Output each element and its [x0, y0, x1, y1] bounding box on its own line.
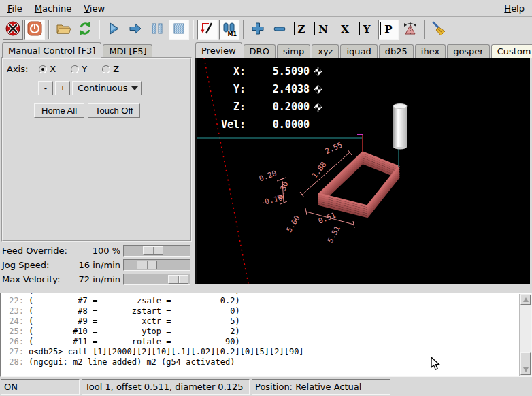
- view-x-button[interactable]: X: [335, 20, 355, 40]
- jog-plus-button[interactable]: +: [55, 81, 70, 95]
- gcode-line[interactable]: 25:( #10 = ytop = 2): [5, 327, 531, 337]
- open-folder-icon: [55, 20, 71, 39]
- jog-speed-row: Jog Speed: 16 in/min: [0, 258, 193, 272]
- gcode-line[interactable]: 28:(ngcgui: m2 line added) m2 (g54 activ…: [5, 357, 531, 367]
- dim-x-min: 5.00: [284, 214, 301, 233]
- tool-cylinder: [393, 104, 407, 150]
- line-text: ( #9 = xctr = 5): [29, 316, 240, 327]
- rotate-view-button[interactable]: [400, 20, 420, 40]
- menu-machine[interactable]: Machine: [29, 1, 78, 16]
- view-perspective-button[interactable]: P: [378, 20, 399, 40]
- tab-db25[interactable]: db25: [379, 44, 414, 58]
- block-delete-button[interactable]: [197, 20, 218, 40]
- gcode-line[interactable]: 22:( #7 = zsafe = 0.2): [5, 296, 531, 306]
- power-icon: [27, 20, 43, 39]
- zoom-out-button[interactable]: [269, 20, 290, 40]
- step-icon: [127, 20, 144, 39]
- feed-override-slider[interactable]: [123, 245, 190, 257]
- toolbar-separator: [424, 20, 425, 39]
- dim-y-size: 1.88: [310, 160, 329, 180]
- radio-indicator: [39, 65, 47, 73]
- estop-button[interactable]: [3, 20, 23, 40]
- line-text: ( #8 = zstart = 0): [29, 306, 240, 316]
- gcode-line[interactable]: 24:( #9 = xctr = 5): [5, 316, 531, 327]
- touch-off-button[interactable]: Touch Off: [88, 103, 140, 118]
- tab-simp[interactable]: simp: [277, 44, 310, 58]
- tab-gosper[interactable]: gosper: [447, 44, 490, 58]
- feed-override-label: Feed Override:: [0, 246, 67, 256]
- scroll-down-button[interactable]: [520, 365, 531, 375]
- jog-speed-value: 16 in/min: [79, 260, 120, 270]
- dim-y-max: 2.55: [324, 140, 344, 156]
- dro-y-label: Y:: [206, 80, 246, 98]
- run-button[interactable]: [103, 20, 124, 40]
- view-z2-button[interactable]: N: [313, 20, 333, 40]
- homed-icon: [314, 67, 322, 76]
- optional-stop-button[interactable]: M1: [219, 20, 239, 40]
- tab-iquad[interactable]: iquad: [340, 44, 377, 58]
- tab-ihex[interactable]: ihex: [415, 44, 446, 58]
- tab-xyz[interactable]: xyz: [312, 44, 339, 58]
- home-all-button[interactable]: Home All: [34, 103, 84, 118]
- dro-vel-value: 0.0000: [246, 116, 310, 133]
- broom-icon: [431, 20, 447, 39]
- chevron-down-icon: [131, 86, 138, 90]
- tab-mdi[interactable]: MDI [F5]: [103, 44, 152, 58]
- dro-vel-row: Vel: 0.0000: [206, 116, 322, 133]
- gcode-line[interactable]: 27:o<db25> call [1][2000][2][10][.1][.02…: [5, 347, 531, 357]
- view-z-button[interactable]: Z: [291, 20, 312, 40]
- view-y-button[interactable]: Y: [356, 20, 377, 40]
- tab-preview[interactable]: Preview: [195, 42, 242, 58]
- stop-button[interactable]: [169, 20, 189, 40]
- view-y-icon: Y: [361, 23, 373, 36]
- gcode-scrollbar[interactable]: [519, 294, 531, 376]
- tab-dro[interactable]: DRO: [244, 44, 276, 58]
- radio-indicator: [71, 65, 79, 73]
- gcode-line[interactable]: 26:( #11 = rotate = 90): [5, 337, 531, 347]
- triangle-up-icon: [523, 297, 529, 302]
- jog-speed-slider[interactable]: [123, 259, 190, 271]
- toolbar: M1 Z N X Y P: [0, 18, 532, 42]
- axis-z-label: Z: [113, 64, 119, 74]
- tab-custom[interactable]: Custom: [491, 44, 532, 58]
- menu-file[interactable]: File: [1, 1, 29, 16]
- menu-help[interactable]: Help: [498, 1, 531, 16]
- max-velocity-slider[interactable]: [123, 274, 190, 285]
- view-z2-icon: N: [316, 23, 330, 36]
- gcode-listing[interactable]: 21:( #6 = zincr = .02) 22:( #7 = zsafe =…: [0, 293, 532, 377]
- reload-button[interactable]: [75, 20, 95, 40]
- preview-canvas[interactable]: 2.55 1.88 0.20 0.30 -0.10 5.00 0.51 5.51…: [195, 58, 530, 284]
- axis-y-radio[interactable]: Y: [71, 64, 87, 74]
- tab-manual-control[interactable]: Manual Control [F3]: [2, 42, 101, 58]
- jog-minus-button[interactable]: -: [38, 81, 53, 95]
- manual-control-frame: Axis: X Y Z - + Continuous Home All Touc…: [1, 57, 192, 242]
- line-number: 25:: [5, 327, 24, 337]
- toolbar-separator: [99, 20, 100, 39]
- zoom-in-button[interactable]: [248, 20, 268, 40]
- gcode-line[interactable]: 23:( #8 = zstart = 0): [5, 306, 531, 316]
- statusbar: ON Tool 1, offset 0.511, diameter 0.125 …: [0, 378, 532, 396]
- clear-plot-button[interactable]: [429, 20, 449, 40]
- homed-icon: [314, 85, 322, 94]
- dro-z-value: 0.2000: [246, 98, 310, 116]
- scroll-up-button[interactable]: [520, 295, 531, 305]
- machine-power-button[interactable]: [24, 20, 45, 40]
- pause-button[interactable]: [147, 20, 167, 40]
- line-number: 26:: [5, 337, 24, 347]
- line-text: ( #11 = rotate = 90): [29, 337, 240, 347]
- step-button[interactable]: [125, 20, 146, 40]
- axis-z-radio[interactable]: Z: [102, 64, 119, 74]
- max-velocity-value: 72 in/min: [79, 274, 120, 284]
- toolbar-separator: [193, 20, 194, 39]
- open-file-button[interactable]: [53, 20, 73, 40]
- toolpath: [319, 152, 399, 217]
- dim-x-max: 5.51: [326, 225, 342, 245]
- axis-x-radio[interactable]: X: [39, 64, 56, 74]
- menu-view[interactable]: View: [78, 1, 111, 16]
- slider-handle[interactable]: [143, 246, 163, 255]
- slider-handle[interactable]: [168, 275, 188, 284]
- stop-icon: [171, 20, 187, 39]
- jog-increment-dropdown[interactable]: Continuous: [72, 81, 142, 95]
- dro-x-row: X: 5.5090: [206, 63, 322, 80]
- slider-handle[interactable]: [137, 261, 157, 269]
